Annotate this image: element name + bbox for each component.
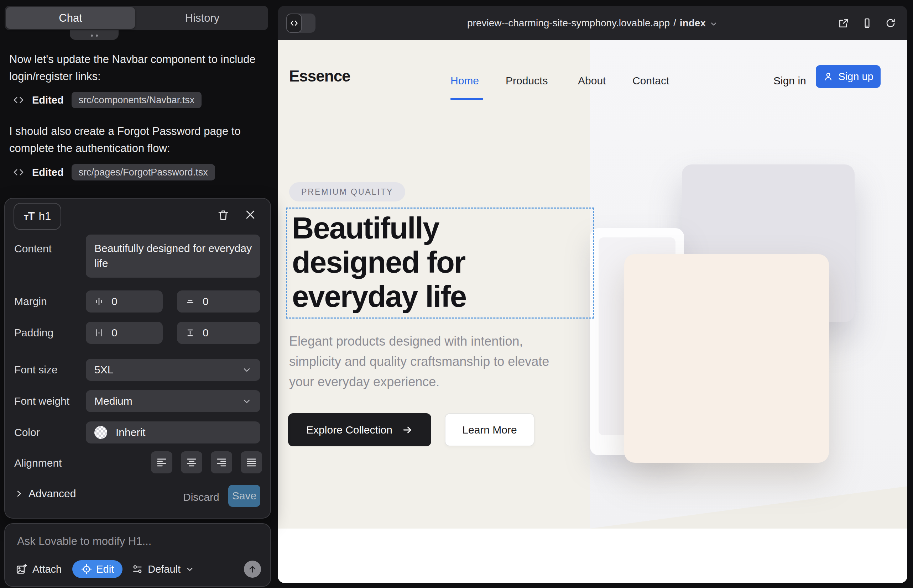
- chevron-right-icon: [14, 489, 24, 498]
- padding-x-input[interactable]: 0: [86, 322, 163, 344]
- save-button[interactable]: Save: [228, 485, 260, 507]
- premium-quality-badge: PREMIUM QUALITY: [289, 182, 405, 202]
- margin-y-icon: [185, 296, 196, 307]
- padding-x-icon: [94, 328, 104, 338]
- preview-frame: preview--charming-site-symphony.lovable.…: [278, 6, 907, 583]
- learn-more-button[interactable]: Learn More: [445, 413, 534, 446]
- chevron-down-icon: [709, 19, 718, 28]
- open-external-button[interactable]: [837, 17, 850, 29]
- transparent-swatch-icon: [94, 426, 107, 439]
- align-left-icon: [155, 456, 168, 468]
- close-icon[interactable]: [244, 208, 258, 222]
- send-button[interactable]: [244, 561, 261, 578]
- trash-icon[interactable]: [217, 208, 230, 222]
- font-size-label: Font size: [14, 364, 58, 376]
- arrow-up-icon: [248, 564, 257, 574]
- edited-file-row: Edited src/components/Navbar.tsx: [13, 92, 202, 108]
- sign-up-button[interactable]: Sign up: [816, 65, 881, 88]
- align-right-button[interactable]: [211, 451, 232, 473]
- edited-label: Edited: [32, 94, 64, 106]
- chevron-down-icon: [242, 365, 252, 375]
- preview-url-bar[interactable]: preview--charming-site-symphony.lovable.…: [278, 6, 907, 40]
- margin-x-icon: [94, 296, 104, 307]
- chat-message: Now let's update the Navbar component to…: [9, 51, 259, 85]
- sign-in-link[interactable]: Sign in: [774, 75, 806, 87]
- preview-toolbar-actions: [837, 6, 897, 40]
- site-viewport: Essence Home Products About Contact Sign…: [278, 40, 907, 583]
- text-size-icon: TT: [24, 210, 34, 223]
- align-right-icon: [215, 456, 228, 468]
- prompt-composer: Ask Lovable to modify H1... Attach Edit …: [4, 523, 271, 587]
- external-link-icon: [838, 18, 849, 29]
- font-weight-label: Font weight: [14, 395, 70, 407]
- hero-cta-row: Explore Collection Learn More: [288, 413, 534, 446]
- refresh-icon: [885, 18, 896, 29]
- mobile-view-button[interactable]: [861, 17, 873, 29]
- site-navbar: Essence Home Products About Contact Sign…: [278, 40, 907, 113]
- chat-message: I should also create a Forgot Password p…: [9, 123, 259, 157]
- element-editor-panel: TT h1 Content Beautifully designed for e…: [4, 198, 271, 519]
- alignment-buttons: [151, 451, 262, 473]
- color-label: Color: [14, 426, 40, 438]
- code-icon: [13, 166, 24, 178]
- edit-mode-button[interactable]: Edit: [72, 560, 123, 578]
- element-tag: h1: [39, 210, 51, 223]
- code-icon: [13, 94, 24, 106]
- content-label: Content: [14, 243, 52, 255]
- preview-url: preview--charming-site-symphony.lovable.…: [467, 18, 670, 29]
- active-link-underline: [450, 98, 483, 100]
- site-logo[interactable]: Essence: [289, 67, 350, 85]
- hero-paragraph: Elegant products designed with intention…: [289, 331, 578, 392]
- chevron-down-icon: [185, 564, 194, 574]
- section-below-hero: [278, 528, 907, 583]
- preview-toolbar: preview--charming-site-symphony.lovable.…: [278, 6, 907, 40]
- user-icon: [823, 71, 834, 82]
- selected-element-pill[interactable]: TT h1: [13, 203, 61, 230]
- edited-label: Edited: [32, 166, 64, 178]
- align-justify-button[interactable]: [241, 451, 262, 473]
- edited-file-row: Edited src/pages/ForgotPassword.tsx: [13, 164, 215, 181]
- tab-chat[interactable]: Chat: [6, 7, 135, 29]
- margin-y-input[interactable]: 0: [177, 291, 260, 312]
- nav-link-home[interactable]: Home: [450, 75, 479, 87]
- default-mode-button[interactable]: Default: [132, 564, 194, 575]
- chat-history-tabs: Chat History: [5, 6, 268, 30]
- nav-link-contact[interactable]: Contact: [632, 75, 669, 87]
- font-size-select[interactable]: 5XL: [86, 359, 260, 381]
- lovable-app-window: Chat History Now let's update the Navbar…: [0, 0, 913, 588]
- align-center-icon: [186, 456, 197, 468]
- chevron-down-icon: [242, 396, 252, 406]
- refresh-button[interactable]: [884, 17, 897, 29]
- nav-link-products[interactable]: Products: [506, 75, 548, 87]
- attach-image-icon: [16, 563, 28, 575]
- path-separator: /: [673, 18, 676, 29]
- edited-file-chip[interactable]: src/pages/ForgotPassword.tsx: [71, 164, 215, 181]
- explore-collection-button[interactable]: Explore Collection: [288, 413, 431, 446]
- padding-label: Padding: [14, 327, 53, 339]
- content-input[interactable]: Beautifully designed for everyday life: [86, 234, 260, 278]
- padding-y-icon: [185, 328, 196, 338]
- arrow-right-icon: [401, 424, 413, 436]
- edited-file-chip[interactable]: src/components/Navbar.tsx: [71, 92, 202, 108]
- nav-link-about[interactable]: About: [578, 75, 606, 87]
- product-card-cream: [624, 254, 829, 463]
- align-left-button[interactable]: [151, 451, 172, 473]
- advanced-toggle[interactable]: Advanced: [14, 488, 76, 500]
- alignment-label: Alignment: [14, 457, 62, 469]
- align-justify-icon: [245, 456, 257, 468]
- prompt-input[interactable]: Ask Lovable to modify H1...: [17, 535, 151, 548]
- padding-y-input[interactable]: 0: [177, 322, 260, 344]
- element-selection-outline: [286, 207, 594, 318]
- discard-button[interactable]: Discard: [183, 488, 219, 507]
- font-weight-select[interactable]: Medium: [86, 390, 260, 412]
- align-center-button[interactable]: [181, 451, 202, 473]
- attach-button[interactable]: Attach: [16, 563, 62, 575]
- margin-x-input[interactable]: 0: [86, 291, 163, 312]
- tab-history[interactable]: History: [138, 7, 267, 29]
- color-select[interactable]: Inherit: [86, 422, 260, 444]
- crosshair-icon: [81, 564, 92, 575]
- composer-toolbar: Attach Edit Default: [16, 560, 261, 578]
- margin-label: Margin: [14, 296, 47, 307]
- mobile-icon: [861, 18, 873, 29]
- page-name: index: [680, 18, 706, 29]
